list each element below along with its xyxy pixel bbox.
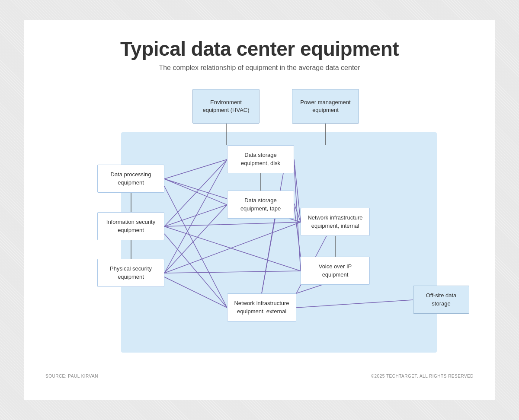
main-card: Typical data center equipment The comple… — [24, 20, 495, 400]
subtitle: The complex relationship of equipment in… — [45, 64, 474, 72]
box-physec: Physical security equipment — [97, 259, 164, 287]
box-tape: Data storage equipment, tape — [227, 191, 294, 219]
box-power: Power management equipment — [292, 89, 359, 124]
box-disk: Data storage equipment, disk — [227, 145, 294, 173]
box-dataproc: Data processing equipment — [97, 165, 164, 193]
box-netext: Network infrastructure equipment, extern… — [227, 293, 296, 321]
box-infosec: Information security equipment — [97, 212, 164, 240]
diagram-area: Environment equipment (HVAC) Power manag… — [45, 89, 474, 366]
footer-copyright: ©2025 TECHTARGET. ALL RIGHTS RESERVED — [371, 374, 474, 379]
footer-source: SOURCE: PAUL KIRVAN — [45, 374, 98, 379]
page-title: Typical data center equipment — [45, 37, 474, 60]
box-environment: Environment equipment (HVAC) — [192, 89, 260, 124]
box-voip: Voice over IP equipment — [301, 257, 370, 285]
box-offsite: Off-site data storage — [413, 286, 469, 314]
box-netint: Network infrastructure equipment, intern… — [301, 208, 370, 236]
